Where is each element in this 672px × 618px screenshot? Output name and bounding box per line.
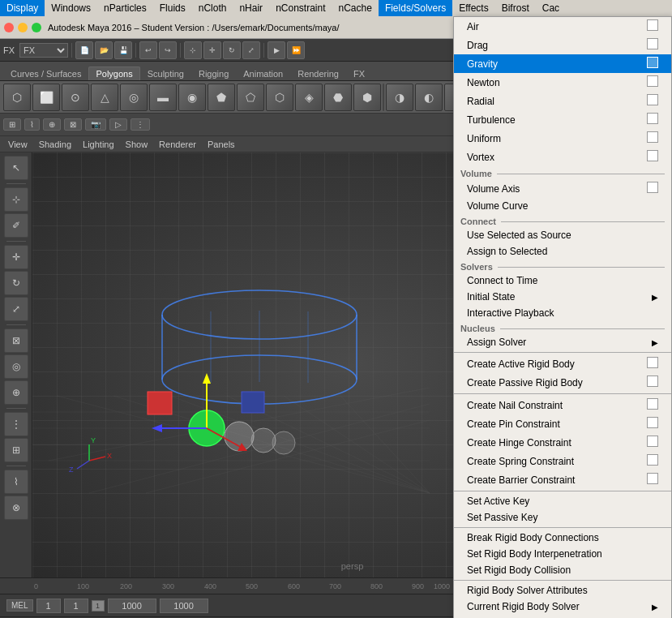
menu-item-volume-curve[interactable]: Volume Curve bbox=[454, 198, 671, 214]
select-btn[interactable]: ⊹ bbox=[184, 41, 202, 59]
mel-button[interactable]: MEL bbox=[6, 599, 33, 612]
save-file-btn[interactable]: 💾 bbox=[114, 41, 132, 59]
snap-grid-btn[interactable]: ⊞ bbox=[3, 118, 21, 131]
menu-item-set-rigid-interpenetration[interactable]: Set Rigid Body Interpenetration bbox=[454, 546, 671, 562]
select-tool[interactable]: ↖ bbox=[4, 156, 28, 180]
frame-start-input[interactable] bbox=[36, 599, 61, 613]
menubar-item-fluids[interactable]: Fluids bbox=[153, 0, 192, 16]
menu-item-newton[interactable]: Newton bbox=[454, 73, 671, 92]
shelf-icon-disk[interactable]: ◉ bbox=[178, 84, 206, 111]
shelf-icon-poly3[interactable]: ⬡ bbox=[266, 84, 293, 111]
menu-item-spring-constraint[interactable]: Create Spring Constraint bbox=[454, 452, 671, 470]
render-btn[interactable]: ▶ bbox=[268, 41, 285, 59]
hide-manip[interactable]: ⊞ bbox=[4, 438, 28, 462]
menubar-item-ncache[interactable]: nCache bbox=[332, 0, 379, 16]
menubar-item-display[interactable]: Display bbox=[0, 0, 45, 16]
fx-dropdown[interactable]: FX bbox=[19, 43, 68, 58]
menu-item-use-selected-source[interactable]: Use Selected as Source bbox=[454, 227, 671, 243]
lasso-tool[interactable]: ⊹ bbox=[4, 187, 28, 212]
menu-item-set-rigid-collision[interactable]: Set Rigid Body Collision bbox=[454, 562, 671, 578]
view-menu-shading[interactable]: Shading bbox=[34, 136, 76, 152]
menu-item-gravity[interactable]: Gravity bbox=[454, 54, 671, 73]
cam-btn[interactable]: 📷 bbox=[85, 118, 106, 131]
shelf-tab-rigging[interactable]: Rigging bbox=[191, 67, 236, 80]
paint-tool[interactable]: ✐ bbox=[4, 213, 28, 238]
menu-item-assign-solver[interactable]: Assign Solver ▶ bbox=[454, 334, 671, 350]
shelf-icon-render2[interactable]: ◐ bbox=[415, 84, 443, 111]
snap-tool[interactable]: ⊠ bbox=[4, 328, 28, 353]
snap-view-btn[interactable]: ⊠ bbox=[64, 118, 82, 131]
show-manip[interactable]: ⋮ bbox=[4, 412, 28, 436]
menu-item-vortex[interactable]: Vortex bbox=[454, 148, 671, 166]
anim-btn[interactable]: ▷ bbox=[109, 118, 127, 131]
move-tool[interactable]: ✛ bbox=[4, 245, 28, 269]
menu-item-barrier-constraint[interactable]: Create Barrier Constraint bbox=[454, 470, 671, 489]
view-menu-renderer[interactable]: Renderer bbox=[154, 136, 201, 152]
minimize-button[interactable] bbox=[18, 23, 28, 32]
snap-curve-btn[interactable]: ⌇ bbox=[24, 118, 40, 131]
menu-item-air[interactable]: Air bbox=[454, 17, 671, 36]
menubar-item-fields-solvers[interactable]: Fields/Solvers bbox=[379, 0, 452, 16]
shelf-tab-curves-surfaces[interactable]: Curves / Surfaces bbox=[3, 67, 88, 80]
soft-mod-tool[interactable]: ◎ bbox=[4, 354, 28, 379]
more-btn[interactable]: ⋮ bbox=[131, 118, 150, 131]
menubar-item-bifrost[interactable]: Bifrost bbox=[495, 0, 536, 16]
shelf-icon-poly1[interactable]: ⬟ bbox=[208, 84, 235, 111]
shelf-icon-poly6[interactable]: ⬢ bbox=[353, 84, 381, 111]
menubar-item-nconstraint[interactable]: nConstraint bbox=[269, 0, 332, 16]
menu-item-current-rigid-solver[interactable]: Current Rigid Body Solver ▶ bbox=[454, 599, 671, 615]
menu-item-rigid-solver-attrs[interactable]: Rigid Body Solver Attributes bbox=[454, 582, 671, 599]
shelf-icon-cone[interactable]: △ bbox=[91, 84, 118, 111]
shelf-icon-render1[interactable]: ◑ bbox=[386, 84, 413, 111]
frame-range-input[interactable] bbox=[160, 599, 208, 613]
shelf-tab-fx[interactable]: FX bbox=[346, 67, 372, 80]
shelf-icon-plane[interactable]: ▬ bbox=[149, 84, 177, 111]
close-button[interactable] bbox=[4, 23, 14, 32]
maximize-button[interactable] bbox=[32, 23, 41, 32]
joint-tool[interactable]: ⊗ bbox=[4, 496, 28, 520]
menu-item-create-passive-rigid[interactable]: Create Passive Rigid Body bbox=[454, 373, 671, 392]
shelf-tab-polygons[interactable]: Polygons bbox=[88, 67, 139, 80]
shelf-icon-cube[interactable]: ⬜ bbox=[32, 84, 60, 111]
move-btn[interactable]: ✛ bbox=[203, 41, 221, 59]
scale-tool[interactable]: ⤢ bbox=[4, 297, 28, 321]
curve-tool[interactable]: ⌇ bbox=[4, 470, 28, 494]
shelf-icon-poly4[interactable]: ◈ bbox=[295, 84, 323, 111]
menubar-item-nparticles[interactable]: nParticles bbox=[97, 0, 153, 16]
rotate-btn[interactable]: ↻ bbox=[223, 41, 241, 59]
view-menu-view[interactable]: View bbox=[3, 136, 32, 152]
sculpt-tool[interactable]: ⊕ bbox=[4, 380, 28, 405]
snap-point-btn[interactable]: ⊕ bbox=[43, 118, 61, 131]
menu-item-create-rigid-solver[interactable]: Create Rigid Body Solver bbox=[454, 615, 671, 618]
menu-item-interactive-playback[interactable]: Interactive Playback bbox=[454, 305, 671, 321]
menu-item-connect-to-time[interactable]: Connect to Time bbox=[454, 273, 671, 289]
menu-item-assign-to-selected[interactable]: Assign to Selected bbox=[454, 243, 671, 260]
menu-item-volume-axis[interactable]: Volume Axis bbox=[454, 179, 671, 198]
menubar-item-nhair[interactable]: nHair bbox=[233, 0, 269, 16]
shelf-tab-sculpting[interactable]: Sculpting bbox=[140, 67, 191, 80]
menubar-item-windows[interactable]: Windows bbox=[45, 0, 97, 16]
rotate-tool[interactable]: ↻ bbox=[4, 271, 28, 295]
open-file-btn[interactable]: 📂 bbox=[95, 41, 113, 59]
new-file-btn[interactable]: 📄 bbox=[75, 41, 93, 59]
menubar-item-cac[interactable]: Cac bbox=[536, 0, 566, 16]
menu-item-pin-constraint[interactable]: Create Pin Constraint bbox=[454, 414, 671, 433]
menu-item-radial[interactable]: Radial bbox=[454, 92, 671, 110]
menubar-item-ncloth[interactable]: nCloth bbox=[192, 0, 233, 16]
shelf-tab-animation[interactable]: Animation bbox=[236, 67, 290, 80]
playback-btn[interactable]: ⏩ bbox=[287, 41, 305, 59]
menu-item-break-rigid-connections[interactable]: Break Rigid Body Connections bbox=[454, 530, 671, 546]
menu-item-uniform[interactable]: Uniform bbox=[454, 129, 671, 148]
frame-current-input[interactable] bbox=[64, 599, 88, 613]
shelf-tab-rendering[interactable]: Rendering bbox=[290, 67, 346, 80]
shelf-icon-poly5[interactable]: ⬣ bbox=[324, 84, 352, 111]
shelf-icon-torus[interactable]: ◎ bbox=[120, 84, 148, 111]
menu-item-create-active-rigid[interactable]: Create Active Rigid Body bbox=[454, 354, 671, 373]
redo-btn[interactable]: ↪ bbox=[159, 41, 177, 59]
frame-end-input[interactable] bbox=[108, 599, 156, 613]
shelf-icon-sphere[interactable]: ⬡ bbox=[3, 84, 31, 111]
undo-btn[interactable]: ↩ bbox=[139, 41, 157, 59]
menu-item-initial-state[interactable]: Initial State ▶ bbox=[454, 289, 671, 305]
menu-item-nail-constraint[interactable]: Create Nail Constraint bbox=[454, 396, 671, 414]
view-menu-show[interactable]: Show bbox=[121, 136, 153, 152]
